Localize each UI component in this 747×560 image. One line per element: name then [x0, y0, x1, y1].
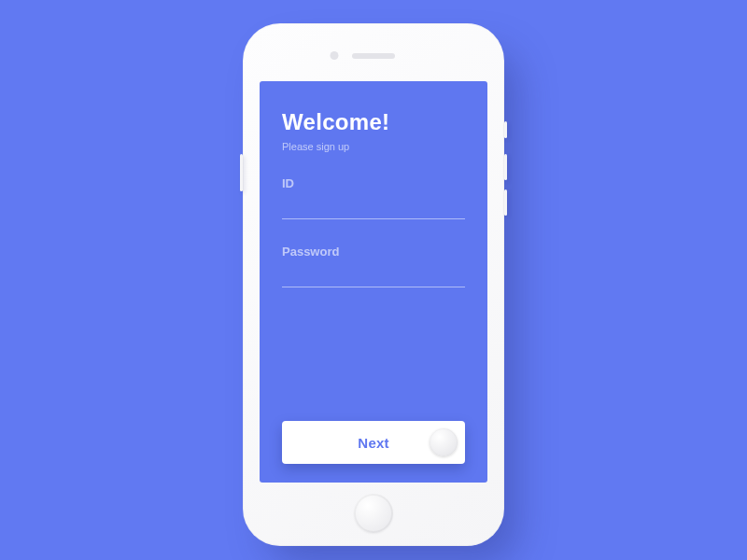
id-input[interactable]: [282, 206, 465, 219]
welcome-title: Welcome!: [282, 109, 465, 135]
password-label: Password: [282, 245, 465, 259]
id-label: ID: [282, 176, 465, 190]
spacer: [282, 313, 465, 421]
phone-power-button: [240, 154, 243, 191]
phone-volume-up: [504, 154, 507, 180]
phone-home-button[interactable]: [354, 494, 393, 533]
password-input[interactable]: [282, 274, 465, 287]
welcome-subtitle: Please sign up: [282, 141, 465, 152]
phone-mute-switch: [504, 121, 507, 138]
phone-front-camera: [331, 51, 339, 60]
phone-volume-down: [504, 189, 507, 216]
next-button-knob-icon: [430, 428, 458, 456]
id-field-group: ID: [282, 176, 465, 220]
phone-speaker: [352, 53, 395, 59]
signup-screen: Welcome! Please sign up ID Password Next: [260, 81, 487, 483]
next-button-label: Next: [358, 435, 388, 451]
next-button[interactable]: Next: [282, 421, 465, 464]
canvas: Welcome! Please sign up ID Password Next: [0, 0, 747, 560]
phone-frame: Welcome! Please sign up ID Password Next: [243, 23, 504, 546]
password-field-group: Password: [282, 245, 465, 288]
